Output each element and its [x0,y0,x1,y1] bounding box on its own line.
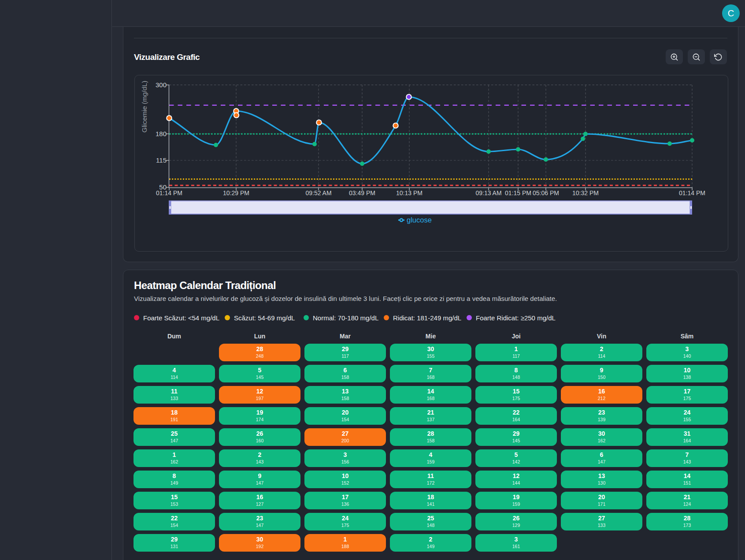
svg-text:10:13 PM: 10:13 PM [396,189,423,197]
svg-text:01:15 PM: 01:15 PM [505,189,531,197]
svg-text:10:32 PM: 10:32 PM [572,189,599,197]
svg-text:180: 180 [156,130,167,137]
svg-text:05:06 PM: 05:06 PM [533,189,559,197]
svg-text:10:29 PM: 10:29 PM [223,189,249,197]
svg-text:09:13 AM: 09:13 AM [475,189,501,197]
svg-text:glucose: glucose [407,216,432,224]
svg-text:300: 300 [156,81,167,89]
svg-text:03:49 PM: 03:49 PM [349,189,375,197]
svg-text:01:14 PM: 01:14 PM [679,189,705,197]
svg-text:09:52 AM: 09:52 AM [305,189,331,197]
svg-text:115: 115 [156,156,167,164]
svg-text:50: 50 [159,183,167,191]
svg-text:Glicemie (mg/dL): Glicemie (mg/dL) [141,81,148,133]
